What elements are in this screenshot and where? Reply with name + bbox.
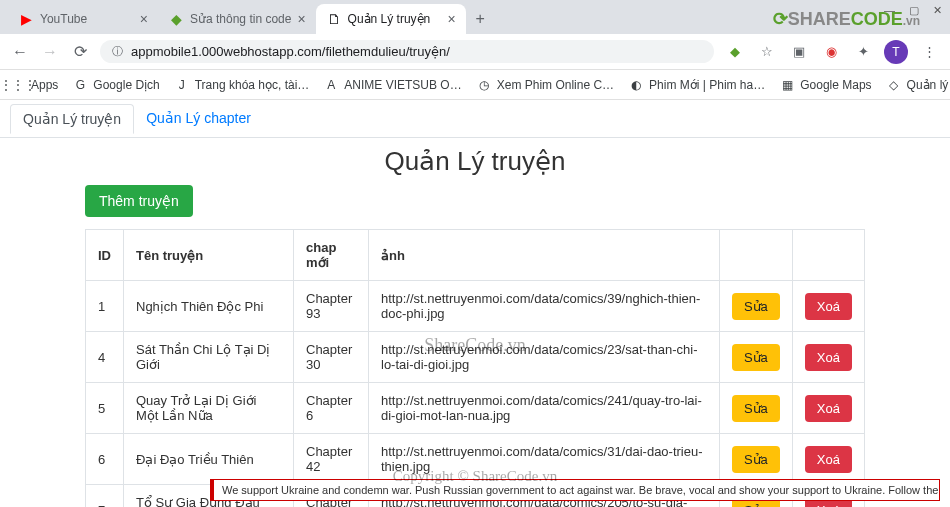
col-chap: chap mới [294,230,369,281]
bookmark-item[interactable]: AANIME VIETSUB O… [323,77,461,93]
bookmark-label: Quản lý File [907,78,950,92]
bookmark-label: Google Maps [800,78,871,92]
bookmark-item[interactable]: ⋮⋮⋮Apps [10,77,58,93]
cell-id: 1 [86,281,124,332]
url-field[interactable]: ⓘ appmobile1.000webhostapp.com/filethemd… [100,40,714,63]
sharecode-icon: ◆ [168,11,184,27]
new-tab-button[interactable]: + [466,4,495,34]
cell-chap: Chapter 42 [294,434,369,485]
bookmarks-bar: ⋮⋮⋮AppsGGoogle DịchJTrang khóa học, tài…… [0,70,950,100]
bookmark-favicon: ◇ [886,77,902,93]
delete-button[interactable]: Xoá [805,344,852,371]
bookmark-item[interactable]: JTrang khóa học, tài… [174,77,310,93]
bookmark-star-icon[interactable]: ☆ [756,41,778,63]
cell-name: Sát Thần Chi Lộ Tại Dị Giới [124,332,294,383]
cell-name: Nghịch Thiên Độc Phi [124,281,294,332]
page-icon: 🗋 [326,11,342,27]
tab-label: Quản Lý truyện [348,12,431,26]
back-button[interactable]: ← [10,43,30,61]
cell-id: 6 [86,434,124,485]
delete-button[interactable]: Xoá [805,446,852,473]
col-img: ảnh [369,230,720,281]
window-controls: — ▢ ✕ [884,4,942,17]
cell-name: Đại Đạo Triều Thiên [124,434,294,485]
table-row: 5 Quay Trở Lại Dị Giới Một Lần Nữa Chapt… [86,383,865,434]
close-icon[interactable]: × [447,11,455,27]
youtube-icon: ▶ [18,11,34,27]
ukraine-support-banner: We support Ukraine and condemn war. Push… [210,479,940,501]
cell-chap: Chapter 6 [294,383,369,434]
cell-name: Quay Trở Lại Dị Giới Một Lần Nữa [124,383,294,434]
maximize-button[interactable]: ▢ [909,4,919,17]
bookmark-label: Apps [31,78,58,92]
browser-tab-active[interactable]: 🗋 Quản Lý truyện × [316,4,466,34]
page-title: Quản Lý truyện [0,138,950,185]
bookmark-label: Xem Phim Online C… [497,78,614,92]
bookmark-label: Phim Mới | Phim ha… [649,78,765,92]
tab-quan-ly-chapter[interactable]: Quản Lý chapter [134,104,263,133]
bookmark-label: Trang khóa học, tài… [195,78,310,92]
page-nav-tabs: Quản Lý truyện Quản Lý chapter [0,100,950,138]
cell-chap: Chapter 30 [294,332,369,383]
minimize-button[interactable]: — [884,4,895,17]
cell-chap: Chapter 93 [294,281,369,332]
edit-button[interactable]: Sửa [732,446,780,473]
bookmark-favicon: ◐ [628,77,644,93]
extension-icon-2[interactable]: ▣ [788,41,810,63]
bookmark-favicon: ◷ [476,77,492,93]
close-icon[interactable]: × [140,11,148,27]
table-row: 6 Đại Đạo Triều Thiên Chapter 42 http://… [86,434,865,485]
cell-img: http://st.nettruyenmoi.com/data/comics/2… [369,332,720,383]
bookmark-favicon: ▦ [779,77,795,93]
delete-button[interactable]: Xoá [805,293,852,320]
delete-button[interactable]: Xoá [805,395,852,422]
col-id: ID [86,230,124,281]
cell-id: 7 [86,485,124,508]
page-content: Quản Lý truyện Quản Lý chapter Quản Lý t… [0,100,950,507]
bookmark-item[interactable]: ◇Quản lý File [886,77,950,93]
bookmark-label: Google Dịch [93,78,159,92]
bookmark-item[interactable]: GGoogle Dịch [72,77,159,93]
profile-avatar[interactable]: T [884,40,908,64]
url-text: appmobile1.000webhostapp.com/filethemdul… [131,44,450,59]
edit-button[interactable]: Sửa [732,293,780,320]
forward-button[interactable]: → [40,43,60,61]
bookmark-item[interactable]: ◐Phim Mới | Phim ha… [628,77,765,93]
close-window-button[interactable]: ✕ [933,4,942,17]
add-story-button[interactable]: Thêm truyện [85,185,193,217]
extension-icon[interactable]: ◆ [724,41,746,63]
bookmark-item[interactable]: ◷Xem Phim Online C… [476,77,614,93]
browser-tab-sharecode[interactable]: ◆ Sửa thông tin code × [158,4,316,34]
extensions-menu-icon[interactable]: ✦ [852,41,874,63]
tab-label: YouTube [40,12,87,26]
edit-button[interactable]: Sửa [732,344,780,371]
table-row: 1 Nghịch Thiên Độc Phi Chapter 93 http:/… [86,281,865,332]
cell-img: http://st.nettruyenmoi.com/data/comics/2… [369,383,720,434]
close-icon[interactable]: × [297,11,305,27]
edit-button[interactable]: Sửa [732,395,780,422]
address-bar: ← → ⟳ ⓘ appmobile1.000webhostapp.com/fil… [0,34,950,70]
cell-img: http://st.nettruyenmoi.com/data/comics/3… [369,281,720,332]
site-info-icon[interactable]: ⓘ [112,44,123,59]
browser-tab-youtube[interactable]: ▶ YouTube × [8,4,158,34]
table-row: 4 Sát Thần Chi Lộ Tại Dị Giới Chapter 30… [86,332,865,383]
stories-table: ID Tên truyện chap mới ảnh 1 Nghịch Thiê… [85,229,865,507]
bookmark-label: ANIME VIETSUB O… [344,78,461,92]
bookmark-favicon: ⋮⋮⋮ [10,77,26,93]
bookmark-favicon: J [174,77,190,93]
bookmark-favicon: A [323,77,339,93]
bookmark-favicon: G [72,77,88,93]
browser-tab-strip: ▶ YouTube × ◆ Sửa thông tin code × 🗋 Quả… [0,0,950,34]
reload-button[interactable]: ⟳ [70,42,90,61]
col-name: Tên truyện [124,230,294,281]
tab-quan-ly-truyen[interactable]: Quản Lý truyện [10,104,134,134]
chrome-menu-icon[interactable]: ⋮ [918,41,940,63]
bookmark-item[interactable]: ▦Google Maps [779,77,871,93]
cell-id: 5 [86,383,124,434]
cell-id: 4 [86,332,124,383]
cell-img: http://st.nettruyenmoi.com/data/comics/3… [369,434,720,485]
tab-label: Sửa thông tin code [190,12,291,26]
extension-icon-3[interactable]: ◉ [820,41,842,63]
